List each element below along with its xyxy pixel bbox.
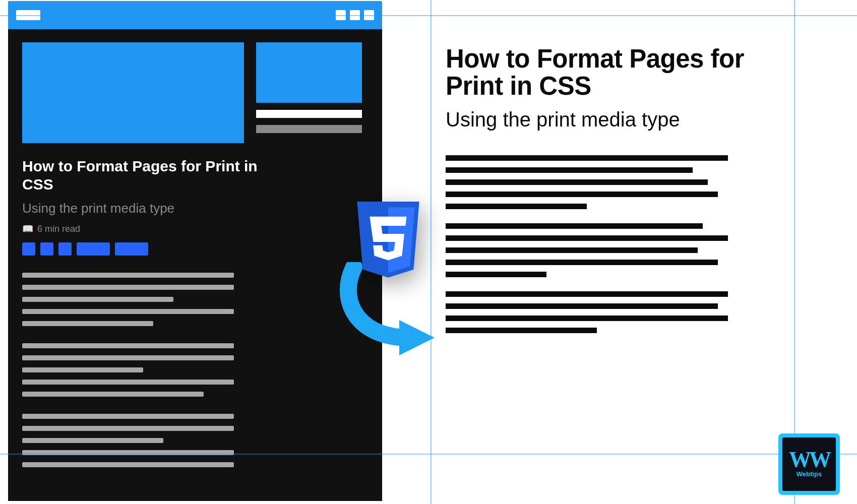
text-line-placeholder	[446, 204, 587, 209]
text-line-placeholder	[446, 260, 718, 265]
sidebar-line	[256, 110, 362, 118]
text-line-placeholder	[446, 328, 597, 333]
paragraph-placeholder	[446, 291, 778, 333]
hero-row	[22, 42, 368, 143]
text-line-placeholder	[22, 355, 234, 360]
tag-chip	[77, 242, 110, 256]
webtips-badge: WW Webtips	[778, 433, 840, 495]
text-line-placeholder	[446, 167, 693, 173]
guide-line	[0, 454, 857, 455]
text-line-placeholder	[22, 462, 234, 467]
tag-chip	[40, 242, 53, 256]
text-line-placeholder	[22, 367, 143, 372]
sidebar	[256, 42, 362, 143]
guide-line	[794, 0, 795, 504]
sidebar-image-placeholder	[256, 42, 362, 103]
text-line-placeholder	[22, 297, 173, 302]
book-icon: 📖	[22, 223, 33, 234]
paragraph-placeholder	[22, 273, 368, 326]
tag-chip	[58, 242, 72, 256]
read-time: 📖 6 min read	[22, 223, 368, 234]
page-body: How to Format Pages for Print in CSS Usi…	[8, 29, 382, 480]
print-title: How to Format Pages for Print in CSS	[446, 45, 778, 99]
text-line-placeholder	[446, 235, 728, 241]
tag-row	[22, 242, 368, 256]
diagram-stage: How to Format Pages for Print in CSS Usi…	[0, 0, 857, 504]
print-layout: How to Format Pages for Print in CSS Usi…	[446, 45, 778, 333]
sidebar-line	[256, 125, 362, 133]
text-line-placeholder	[446, 316, 728, 321]
text-line-placeholder	[22, 273, 234, 278]
text-line-placeholder	[446, 291, 728, 297]
text-line-placeholder	[22, 426, 234, 431]
article-title: How to Format Pages for Print in CSS	[22, 157, 284, 194]
webtips-badge-inner: WW Webtips	[782, 437, 836, 491]
webtips-label: Webtips	[797, 470, 822, 478]
text-line-placeholder	[22, 321, 153, 326]
webtips-logo-text: WW	[789, 451, 829, 468]
text-line-placeholder	[22, 309, 234, 314]
text-line-placeholder	[446, 223, 703, 229]
text-line-placeholder	[22, 438, 163, 443]
text-line-placeholder	[446, 179, 708, 185]
text-line-placeholder	[22, 414, 234, 419]
article-subtitle: Using the print media type	[22, 201, 368, 216]
text-line-placeholder	[446, 247, 698, 253]
text-line-placeholder	[22, 380, 234, 385]
tag-chip	[115, 242, 148, 256]
read-time-text: 6 min read	[37, 224, 80, 234]
guide-line	[431, 0, 432, 504]
tag-chip	[22, 242, 35, 256]
text-line-placeholder	[22, 285, 234, 290]
print-subtitle: Using the print media type	[446, 108, 778, 131]
text-line-placeholder	[22, 343, 234, 348]
paragraph-placeholder	[22, 343, 368, 397]
text-line-placeholder	[446, 272, 546, 277]
svg-marker-2	[399, 320, 435, 355]
guide-line	[0, 15, 857, 16]
text-line-placeholder	[22, 392, 204, 397]
transform-arrow-icon	[334, 262, 445, 363]
paragraph-placeholder	[446, 155, 778, 209]
text-line-placeholder	[446, 155, 728, 161]
text-line-placeholder	[446, 192, 718, 197]
paragraph-placeholder	[446, 223, 778, 277]
text-line-placeholder	[446, 303, 718, 309]
webpage-mockup: How to Format Pages for Print in CSS Usi…	[8, 1, 382, 501]
paragraph-placeholder	[22, 414, 368, 467]
hero-image-placeholder	[22, 42, 244, 143]
